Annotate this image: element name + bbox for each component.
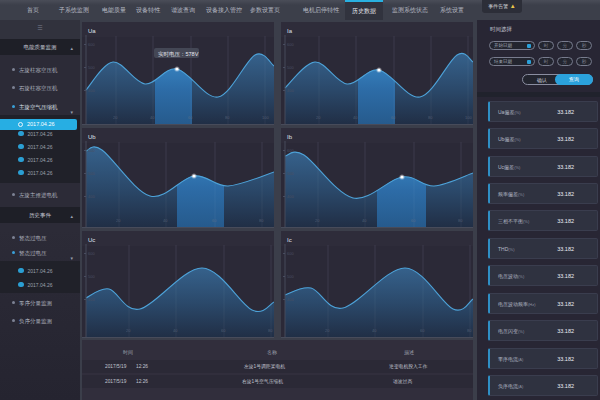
svg-text:400: 400 [287,88,294,93]
svg-text:80: 80 [467,328,472,333]
svg-text:600: 600 [287,251,294,256]
svg-text:Ia: Ia [287,28,293,34]
svg-text:80: 80 [225,115,230,120]
svg-text:实时电压：578V: 实时电压：578V [158,51,199,57]
svg-text:400: 400 [287,194,294,199]
svg-text:600: 600 [287,148,294,153]
svg-text:80: 80 [458,218,463,223]
svg-text:20: 20 [325,328,330,333]
svg-text:60: 60 [221,328,226,333]
svg-text:60: 60 [411,218,416,223]
svg-text:Ub: Ub [88,134,96,140]
svg-text:Ib: Ib [287,134,293,140]
svg-text:500: 500 [88,274,95,279]
svg-text:40: 40 [353,115,358,120]
svg-text:40: 40 [362,218,367,223]
svg-text:500: 500 [88,171,95,176]
svg-text:600: 600 [88,42,95,47]
svg-text:80: 80 [259,218,264,223]
svg-text:500: 500 [287,65,294,70]
svg-text:60: 60 [188,115,193,120]
svg-text:Ic: Ic [287,237,292,243]
svg-text:20: 20 [126,328,131,333]
svg-text:600: 600 [287,42,294,47]
svg-text:40: 40 [150,115,155,120]
svg-text:500: 500 [287,274,294,279]
svg-text:100: 100 [262,115,269,120]
svg-text:80: 80 [268,328,273,333]
svg-text:40: 40 [372,328,377,333]
svg-text:60: 60 [391,115,396,120]
svg-text:20: 20 [113,115,118,120]
svg-text:20: 20 [315,218,320,223]
svg-text:20: 20 [116,218,121,223]
svg-text:500: 500 [287,171,294,176]
svg-text:600: 600 [88,148,95,153]
svg-text:Uc: Uc [88,237,95,243]
svg-text:100: 100 [465,115,472,120]
svg-text:40: 40 [173,328,178,333]
svg-text:60: 60 [420,328,425,333]
svg-text:600: 600 [88,251,95,256]
svg-text:80: 80 [428,115,433,120]
svg-text:Ua: Ua [88,28,96,34]
svg-text:40: 40 [163,218,168,223]
svg-text:400: 400 [88,297,95,302]
svg-text:400: 400 [88,88,95,93]
svg-text:400: 400 [287,297,294,302]
svg-text:60: 60 [212,218,217,223]
svg-text:500: 500 [88,65,95,70]
svg-text:400: 400 [88,194,95,199]
svg-text:20: 20 [316,115,321,120]
